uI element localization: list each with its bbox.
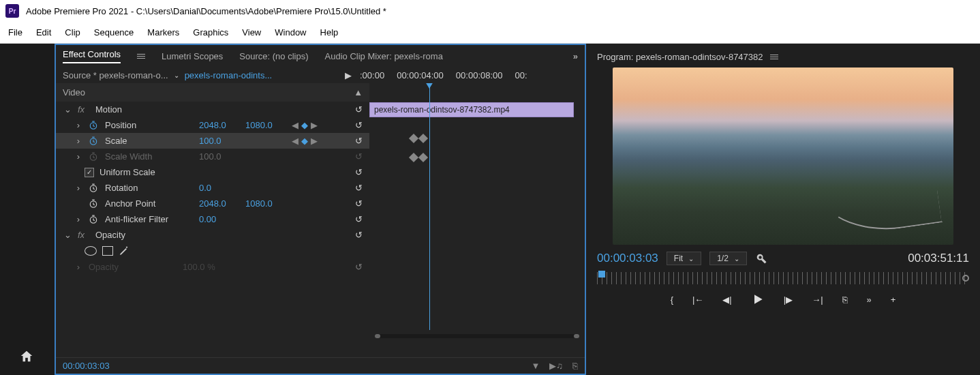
twirl-right-icon[interactable]: › — [74, 183, 83, 193]
stopwatch-icon[interactable] — [89, 215, 99, 224]
clip-bar[interactable]: pexels-roman-odintsov-8747382.mp4 — [369, 102, 574, 117]
stopwatch-icon — [89, 152, 99, 162]
video-section-header: Video — [63, 87, 85, 97]
menu-markers[interactable]: Markers — [147, 27, 179, 38]
play-button[interactable] — [751, 292, 765, 306]
reset-icon[interactable]: ↺ — [355, 230, 363, 240]
fx-badge-icon[interactable]: fx — [78, 230, 90, 240]
twirl-right-icon[interactable]: › — [74, 214, 83, 224]
position-y-value[interactable]: 1080.0 — [245, 120, 286, 130]
menu-help[interactable]: Help — [320, 27, 339, 38]
program-timecode[interactable]: 00:00:03:03 — [597, 252, 658, 265]
motion-effect-label[interactable]: Motion — [95, 104, 184, 115]
source-clip-name[interactable]: Source * pexels-roman-o... — [63, 70, 168, 80]
reset-icon[interactable]: ↺ — [355, 120, 363, 130]
stopwatch-icon[interactable] — [89, 199, 99, 209]
resolution-select[interactable]: 1/2 ⌄ — [709, 252, 747, 265]
keyframe-diamond-icon[interactable] — [418, 134, 428, 143]
step-forward-icon[interactable]: |▶ — [784, 295, 793, 305]
more-buttons-icon[interactable]: » — [867, 295, 872, 305]
panel-menu-icon[interactable] — [137, 54, 145, 59]
go-to-in-icon[interactable]: |← — [692, 295, 703, 305]
reset-icon[interactable]: ↺ — [355, 198, 363, 209]
menu-clip[interactable]: Clip — [65, 27, 80, 38]
effect-keyframe-timeline[interactable]: pexels-roman-odintsov-8747382.mp4 — [369, 83, 585, 357]
timeline-scrollbar[interactable] — [375, 334, 579, 338]
stopwatch-icon[interactable] — [89, 136, 99, 146]
reset-icon[interactable]: ↺ — [355, 214, 363, 224]
filter-icon[interactable]: ▼ — [531, 361, 540, 371]
rotation-value[interactable]: 0.0 — [199, 183, 240, 193]
window-title: Adobe Premiere Pro 2021 - C:\Users\Dania… — [26, 6, 386, 16]
panel-menu-icon[interactable] — [770, 55, 778, 59]
tab-lumetri-scopes[interactable]: Lumetri Scopes — [162, 51, 223, 61]
opacity-value[interactable]: 100.0 % — [183, 262, 224, 272]
menu-edit[interactable]: Edit — [36, 27, 51, 38]
pen-mask-icon[interactable] — [119, 245, 129, 256]
prev-keyframe-icon[interactable]: ◀ — [292, 136, 298, 146]
sequence-link[interactable]: pexels-roman-odints... — [185, 70, 273, 80]
go-to-out-icon[interactable]: →| — [812, 295, 823, 305]
opacity-effect-label[interactable]: Opacity — [95, 230, 184, 240]
prev-keyframe-icon[interactable]: ◀ — [292, 120, 298, 130]
reset-icon[interactable]: ↺ — [355, 183, 363, 193]
rectangle-mask-icon[interactable] — [102, 246, 113, 256]
current-timecode[interactable]: 00:00:03:03 — [63, 361, 110, 371]
tab-effect-controls[interactable]: Effect Controls — [63, 49, 121, 63]
reset-icon[interactable]: ↺ — [355, 167, 363, 177]
next-keyframe-icon[interactable]: ▶ — [311, 120, 318, 130]
mark-in-icon[interactable]: { — [671, 295, 673, 305]
menu-view[interactable]: View — [242, 27, 261, 38]
program-header: Program: pexels-roman-odintsov-8747382 — [597, 52, 763, 62]
program-scrubber[interactable] — [597, 272, 969, 284]
export-icon[interactable]: ⎘ — [572, 361, 578, 371]
twirl-down-icon[interactable]: ⌄ — [63, 230, 72, 240]
scrubber-end-icon[interactable] — [962, 275, 969, 282]
twirl-right-icon[interactable]: › — [74, 136, 83, 146]
stopwatch-icon[interactable] — [89, 121, 99, 130]
scrubber-handle[interactable] — [598, 271, 605, 278]
lift-icon[interactable]: ⎘ — [842, 295, 848, 305]
effects-icon[interactable]: ▶♫ — [549, 361, 563, 371]
uniform-scale-label: Uniform Scale — [99, 167, 188, 177]
anti-flicker-value[interactable]: 0.00 — [199, 214, 240, 224]
anchor-y-value[interactable]: 1080.0 — [245, 198, 286, 209]
collapse-icon[interactable]: ▲ — [354, 87, 363, 97]
menu-sequence[interactable]: Sequence — [94, 27, 134, 38]
stopwatch-icon[interactable] — [89, 183, 99, 193]
menu-graphics[interactable]: Graphics — [193, 27, 228, 38]
play-icon[interactable]: ▶ — [345, 70, 352, 80]
tab-audio-clip-mixer[interactable]: Audio Clip Mixer: pexels-roma — [325, 51, 443, 61]
scale-value[interactable]: 100.0 — [199, 136, 240, 146]
program-monitor[interactable] — [613, 68, 953, 245]
playhead[interactable] — [429, 83, 430, 330]
uniform-scale-checkbox[interactable]: ✓ — [85, 168, 94, 177]
keyframe-diamond-icon[interactable] — [418, 153, 428, 162]
add-button-icon[interactable]: + — [891, 295, 896, 305]
chevron-down-icon[interactable]: ⌄ — [174, 72, 179, 79]
wrench-icon[interactable] — [755, 252, 767, 265]
menu-window[interactable]: Window — [275, 27, 306, 38]
add-keyframe-icon[interactable]: ◆ — [301, 136, 308, 146]
home-icon[interactable] — [19, 349, 34, 364]
fx-badge-icon[interactable]: fx — [78, 104, 90, 115]
keyframe-diamond-icon[interactable] — [409, 134, 418, 143]
zoom-select[interactable]: Fit ⌄ — [667, 252, 701, 265]
reset-icon[interactable]: ↺ — [355, 104, 363, 115]
ruler-tc-1: 00:00:04:00 — [397, 70, 444, 80]
reset-icon[interactable]: ↺ — [355, 262, 363, 272]
twirl-right-icon[interactable]: › — [74, 120, 83, 130]
step-back-icon[interactable]: ◀| — [722, 295, 731, 305]
add-keyframe-icon[interactable]: ◆ — [301, 120, 308, 130]
twirl-down-icon[interactable]: ⌄ — [63, 104, 72, 115]
next-keyframe-icon[interactable]: ▶ — [311, 136, 318, 146]
keyframe-diamond-icon[interactable] — [409, 153, 418, 162]
tab-source[interactable]: Source: (no clips) — [239, 51, 308, 61]
menu-file[interactable]: File — [8, 27, 22, 38]
reset-icon[interactable]: ↺ — [355, 136, 363, 146]
anchor-x-value[interactable]: 2048.0 — [199, 198, 240, 209]
position-x-value[interactable]: 2048.0 — [199, 120, 240, 130]
ellipse-mask-icon[interactable] — [85, 246, 97, 256]
effect-time-ruler[interactable]: :00:00 00:00:04:00 00:00:08:00 00: — [360, 70, 578, 80]
more-tabs-icon[interactable]: » — [573, 51, 578, 61]
